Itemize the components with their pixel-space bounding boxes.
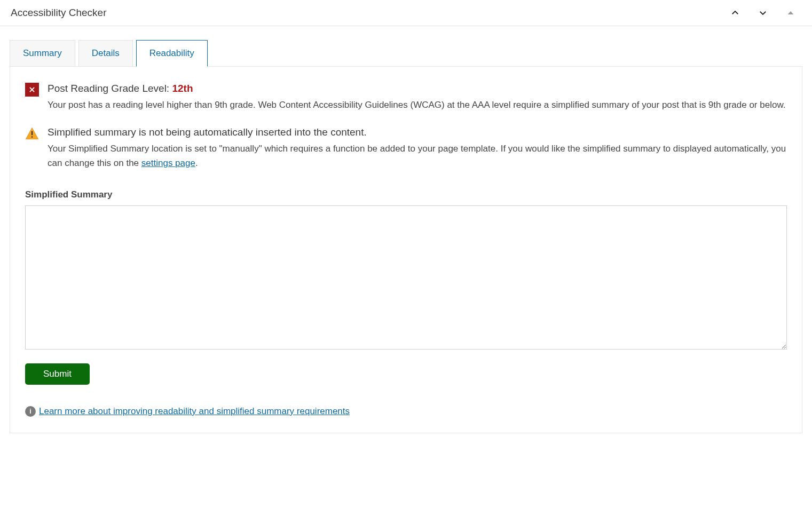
- tab-readability[interactable]: Readability: [136, 40, 208, 67]
- submit-button[interactable]: Submit: [25, 363, 90, 385]
- panel-header: Accessibility Checker: [0, 0, 812, 26]
- panel-content: Summary Details Readability Post Reading…: [0, 40, 812, 433]
- tab-summary[interactable]: Summary: [10, 40, 75, 67]
- svg-rect-5: [31, 136, 33, 137]
- grade-level-notice-body: Post Reading Grade Level: 12th Your post…: [48, 81, 787, 113]
- insertion-notice-body: Simplified summary is not being automati…: [48, 124, 787, 170]
- simplified-summary-input[interactable]: [25, 205, 787, 350]
- tabs: Summary Details Readability: [10, 40, 802, 67]
- readability-tab-body: Post Reading Grade Level: 12th Your post…: [10, 66, 802, 433]
- grade-level-notice: Post Reading Grade Level: 12th Your post…: [25, 81, 787, 113]
- grade-level-title: Post Reading Grade Level: 12th: [48, 81, 787, 96]
- insertion-notice-title: Simplified summary is not being automati…: [48, 124, 787, 140]
- simplified-summary-label: Simplified Summary: [25, 189, 787, 200]
- svg-rect-4: [31, 131, 33, 135]
- warning-icon: [25, 126, 39, 170]
- settings-page-link[interactable]: settings page: [141, 158, 195, 168]
- panel-title: Accessibility Checker: [11, 7, 107, 19]
- insertion-desc-after: .: [195, 158, 198, 168]
- info-icon: i: [25, 406, 36, 417]
- grade-level-value: 12th: [172, 83, 193, 94]
- svg-marker-0: [788, 11, 794, 14]
- chevron-down-icon[interactable]: [755, 5, 770, 20]
- error-icon: [25, 83, 39, 113]
- accessibility-checker-panel: Accessibility Checker Summary Details Re…: [0, 0, 812, 433]
- grade-level-description: Your post has a reading level higher tha…: [48, 98, 787, 112]
- grade-level-label: Post Reading Grade Level:: [48, 83, 172, 94]
- panel-controls: [728, 5, 801, 20]
- learn-more-row: i Learn more about improving readability…: [25, 406, 787, 417]
- chevron-up-icon[interactable]: [728, 5, 743, 20]
- insertion-notice: Simplified summary is not being automati…: [25, 124, 787, 170]
- collapse-triangle-icon[interactable]: [783, 5, 798, 20]
- learn-more-link[interactable]: Learn more about improving readability a…: [39, 406, 350, 417]
- tab-details[interactable]: Details: [78, 40, 133, 67]
- insertion-notice-description: Your Simplified Summary location is set …: [48, 142, 787, 170]
